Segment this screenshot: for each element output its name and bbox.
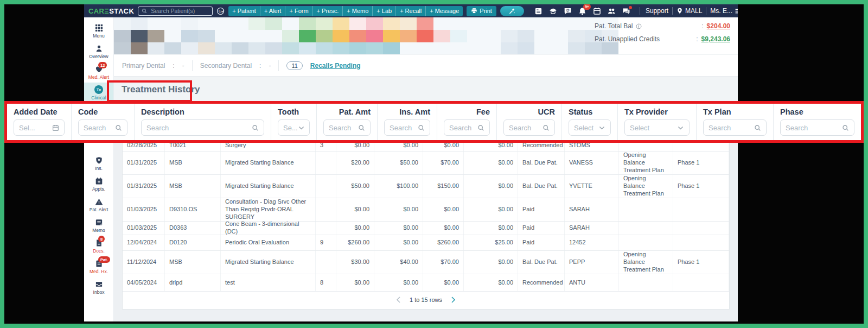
filter-input-ins-amt[interactable]: Search bbox=[384, 119, 430, 136]
sidebar-item-docs[interactable]: 8Docs. bbox=[84, 236, 113, 256]
svg-text:G: G bbox=[219, 9, 222, 14]
patients-icon[interactable] bbox=[608, 7, 616, 15]
mosaic-cell bbox=[602, 42, 618, 54]
logo-part-green: CARΞ bbox=[88, 7, 109, 15]
colon: : bbox=[173, 62, 174, 70]
support-link[interactable]: Support bbox=[646, 7, 668, 15]
action-button-group: + Patient+ Alert+ Form+ Presc.+ Memo+ La… bbox=[228, 6, 463, 16]
compose-icon[interactable]: G bbox=[216, 7, 225, 15]
table-row[interactable]: 04/05/2024dripdtest8$0.00$0.00$0.00$0.00… bbox=[123, 274, 729, 292]
filter-col-pat-amt: Pat. AmtSearch bbox=[316, 104, 377, 140]
cell-phase bbox=[673, 235, 729, 250]
treatment-table-body: 02/28/2025T0021Surgery3$0.00$0.00$0.00$0… bbox=[123, 143, 729, 292]
lab-button[interactable]: + Lab bbox=[372, 6, 395, 16]
column-header: Pat. Amt bbox=[323, 108, 371, 116]
sidebar-item-overview[interactable]: Overview bbox=[84, 41, 113, 62]
filter-input-ucr[interactable]: Search bbox=[503, 119, 555, 136]
calendar-icon[interactable] bbox=[593, 7, 601, 15]
cell-tooth bbox=[316, 198, 336, 221]
memo-button[interactable]: + Memo bbox=[342, 6, 372, 16]
sidebar-item-pat-alert[interactable]: Pat. Alert bbox=[84, 194, 113, 215]
calendar-icon bbox=[52, 124, 59, 131]
filter-input-code[interactable]: Search bbox=[78, 119, 127, 136]
cell-phase bbox=[673, 198, 729, 221]
recalls-pending-link[interactable]: Recalls Pending bbox=[310, 62, 361, 70]
sidebar-item-med-hx[interactable]: Pat.Med. Hx. bbox=[84, 256, 113, 277]
mosaic-cell bbox=[551, 42, 568, 54]
table-row[interactable]: 02/28/2025T0021Surgery3$0.00$0.00$0.00$0… bbox=[123, 143, 729, 152]
messages-icon[interactable] bbox=[622, 7, 630, 15]
magic-wand-button[interactable] bbox=[500, 6, 524, 16]
unapplied-credits-value[interactable]: $9,243.06 bbox=[701, 35, 730, 43]
patient-search-input[interactable] bbox=[150, 7, 209, 15]
presc-button[interactable]: + Presc. bbox=[312, 6, 343, 16]
filter-input-pat-amt[interactable]: Search bbox=[323, 119, 371, 136]
alert-button[interactable]: + Alert bbox=[260, 6, 285, 16]
page-prev-button[interactable] bbox=[396, 297, 401, 303]
table-row[interactable]: 11/12/2024MSBMigrated Starting Balance$3… bbox=[123, 251, 729, 274]
filter-input-tx-provider[interactable]: Select bbox=[624, 119, 690, 136]
rx-list-icon[interactable] bbox=[534, 7, 542, 15]
table-row[interactable]: 01/31/2025MSBMigrated Starting Balance$2… bbox=[123, 152, 729, 175]
page-next-button[interactable] bbox=[451, 297, 456, 303]
filter-input-added-date[interactable]: Sel... bbox=[14, 119, 65, 136]
mosaic-cell bbox=[400, 42, 417, 54]
table-row[interactable]: 12/04/2024D0120Periodic Oral Evaluation9… bbox=[123, 235, 729, 251]
form-button[interactable]: + Form bbox=[285, 6, 312, 16]
cell-description: Migrated Starting Balance bbox=[221, 175, 316, 198]
cell-tooth: 3 bbox=[316, 143, 336, 152]
mosaic-cell bbox=[333, 17, 349, 30]
svg-text:@: @ bbox=[566, 8, 570, 12]
mosaic-cell bbox=[450, 17, 467, 30]
table-row[interactable]: 01/03/2025D0363Cone Beam - 3-dimensional… bbox=[123, 222, 729, 235]
column-header: Added Date bbox=[14, 108, 65, 116]
cell-description: test bbox=[221, 274, 316, 291]
filter-input-tooth[interactable]: Se... bbox=[278, 119, 310, 136]
patient-button[interactable]: + Patient bbox=[228, 6, 260, 16]
location-selector[interactable]: MALL bbox=[676, 7, 702, 15]
cell-tooth bbox=[316, 222, 336, 235]
filter-input-tx-plan[interactable]: Search bbox=[703, 119, 767, 136]
table-row[interactable]: 01/31/2025MSBMigrated Starting Balance$5… bbox=[123, 175, 729, 198]
education-icon[interactable] bbox=[549, 7, 557, 15]
chat-icon[interactable]: @ bbox=[564, 7, 572, 15]
filter-input-phase[interactable]: Search bbox=[780, 119, 854, 136]
carestack-app-window: CARΞSTΛCK G + Patient+ Alert+ Form+ Pres… bbox=[84, 4, 738, 321]
cell-added-date: 01/03/2025 bbox=[123, 222, 165, 235]
sidebar-item-med-alert[interactable]: 12Med. Alert bbox=[84, 62, 113, 83]
filter-input-fee[interactable]: Search bbox=[444, 119, 490, 136]
sidebar-item-clinical[interactable]: TxClinical bbox=[84, 83, 113, 103]
filter-col-tooth: ToothSe... bbox=[271, 104, 316, 140]
chevron-right-icon bbox=[451, 297, 456, 303]
print-button[interactable]: Print bbox=[467, 6, 496, 16]
patient-balance-summary: Pat. Total Bal : $204.00 Pat. Unapplied … bbox=[595, 22, 730, 43]
total-balance-row: Pat. Total Bal : $204.00 bbox=[595, 22, 730, 30]
cell-tx-plan bbox=[619, 274, 673, 291]
filter-input-description[interactable]: Search bbox=[141, 119, 264, 136]
filter-input-status[interactable]: Select bbox=[569, 119, 611, 136]
cell-added-date: 01/31/2025 bbox=[123, 175, 165, 198]
filter-col-ucr: UCRSearch bbox=[496, 104, 561, 140]
sidebar-item-ins[interactable]: Ins. bbox=[84, 153, 113, 174]
sidebar-item-memo[interactable]: Memo bbox=[84, 215, 113, 236]
user-menu[interactable]: Ms. E... bbox=[710, 7, 738, 15]
cell-tooth bbox=[316, 152, 336, 174]
sidebar-item-inbox[interactable]: Inbox bbox=[84, 277, 113, 298]
sidebar-item-menu[interactable]: Menu bbox=[84, 21, 113, 41]
notifications-icon[interactable]: 9+ bbox=[578, 7, 586, 15]
total-balance-value[interactable]: $204.00 bbox=[707, 22, 730, 30]
info-icon bbox=[636, 23, 642, 29]
patient-search-box[interactable] bbox=[138, 7, 213, 16]
sidebar-item-appts[interactable]: Appts. bbox=[84, 174, 113, 194]
recall-button[interactable]: + Recall bbox=[395, 6, 425, 16]
cell-phase bbox=[673, 222, 729, 235]
mosaic-cell bbox=[501, 42, 518, 54]
cell-code: D0363 bbox=[165, 222, 221, 235]
message-button[interactable]: + Message bbox=[425, 6, 463, 16]
mosaic-cell bbox=[198, 30, 215, 42]
page-title: Treatment History bbox=[122, 84, 200, 95]
mosaic-cell bbox=[316, 42, 333, 54]
search-icon bbox=[115, 124, 122, 131]
sidebar: MenuOverview12Med. AlertTxClinicalIns.Ap… bbox=[84, 17, 114, 321]
table-row[interactable]: 01/03/2025D9310.OSConsultation - Diag Sr… bbox=[123, 198, 729, 222]
